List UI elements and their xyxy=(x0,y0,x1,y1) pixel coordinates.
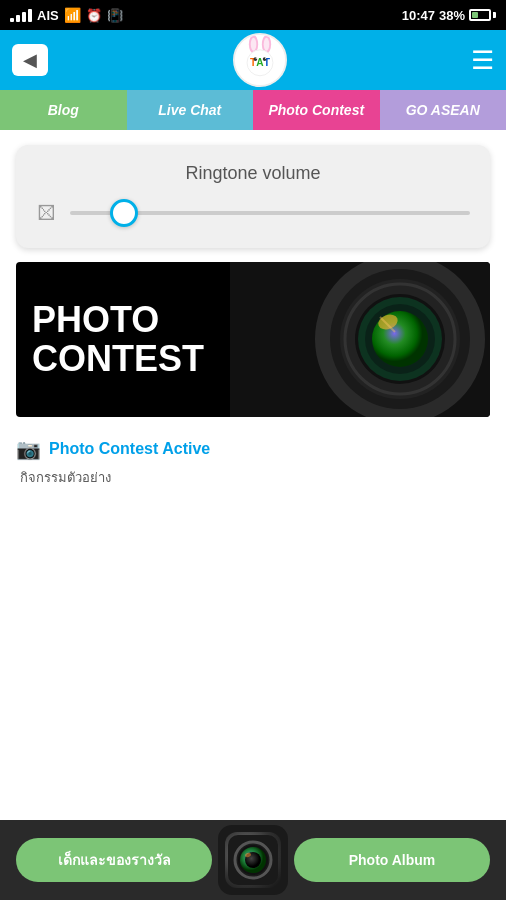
tab-photocontest-label: Photo Contest xyxy=(268,102,364,118)
volume-card: Ringtone volume ⛝ xyxy=(16,145,490,248)
battery-percent: 38% xyxy=(439,8,465,23)
hamburger-icon: ☰ xyxy=(471,45,494,75)
content-area: 📷 Photo Contest Active กิจกรรมตัวอย่าง xyxy=(0,417,506,488)
header: ◀ TAT xyxy=(0,30,506,90)
banner-line1: PHOTO xyxy=(32,300,204,340)
tab-photocontest[interactable]: Photo Contest xyxy=(253,90,380,130)
svg-point-9 xyxy=(255,58,256,59)
camera-icon: 📷 xyxy=(16,437,41,461)
lens-svg xyxy=(230,262,490,417)
svg-point-4 xyxy=(263,38,269,51)
contest-active-link[interactable]: Photo Contest Active xyxy=(49,440,210,458)
nav-tabs: Blog Live Chat Photo Contest GO ASEAN xyxy=(0,90,506,130)
svg-point-3 xyxy=(250,38,256,51)
tab-livechat[interactable]: Live Chat xyxy=(127,90,254,130)
status-left: AIS 📶 ⏰ 📳 xyxy=(10,7,123,23)
wifi-icon: 📶 xyxy=(64,7,81,23)
tab-goasean[interactable]: GO ASEAN xyxy=(380,90,507,130)
prizes-label: เด็กและของรางวัล xyxy=(58,849,171,871)
prizes-button[interactable]: เด็กและของรางวัล xyxy=(16,838,212,882)
tab-livechat-label: Live Chat xyxy=(158,102,221,118)
tab-goasean-label: GO ASEAN xyxy=(406,102,480,118)
album-button[interactable]: Photo Album xyxy=(294,838,490,882)
logo: TAT xyxy=(233,33,287,87)
back-icon: ◀ xyxy=(23,49,37,71)
svg-point-10 xyxy=(264,58,265,59)
sim-icon: 📳 xyxy=(107,8,123,23)
bottom-bar: เด็กและของรางวัล xyxy=(0,820,506,900)
photo-contest-banner: PHOTO CONTEST xyxy=(16,262,490,417)
camera-svg xyxy=(228,835,278,885)
volume-slider[interactable] xyxy=(70,211,470,215)
banner-line2: CONTEST xyxy=(32,340,204,380)
signal-icon xyxy=(10,9,32,22)
slider-thumb[interactable] xyxy=(110,199,138,227)
mute-icon: ⛝ xyxy=(36,200,58,226)
logo-circle: TAT xyxy=(233,33,287,87)
alarm-icon: ⏰ xyxy=(86,8,102,23)
contest-sub-text: กิจกรรมตัวอย่าง xyxy=(20,467,490,488)
tab-blog-label: Blog xyxy=(48,102,79,118)
volume-row: ⛝ xyxy=(36,200,470,226)
album-label: Photo Album xyxy=(349,852,436,868)
camera-button[interactable] xyxy=(218,825,288,895)
menu-button[interactable]: ☰ xyxy=(471,47,494,73)
tab-blog[interactable]: Blog xyxy=(0,90,127,130)
camera-lens-icon xyxy=(225,832,281,888)
back-button[interactable]: ◀ xyxy=(12,44,48,76)
battery-icon xyxy=(469,9,496,21)
logo-svg: TAT xyxy=(235,33,285,87)
contest-link-row: 📷 Photo Contest Active xyxy=(16,437,490,461)
svg-text:TAT: TAT xyxy=(250,57,271,68)
time-label: 10:47 xyxy=(402,8,435,23)
volume-title: Ringtone volume xyxy=(36,163,470,184)
status-bar: AIS 📶 ⏰ 📳 10:47 38% xyxy=(0,0,506,30)
carrier-label: AIS xyxy=(37,8,59,23)
status-right: 10:47 38% xyxy=(402,8,496,23)
banner-text: PHOTO CONTEST xyxy=(32,300,204,379)
